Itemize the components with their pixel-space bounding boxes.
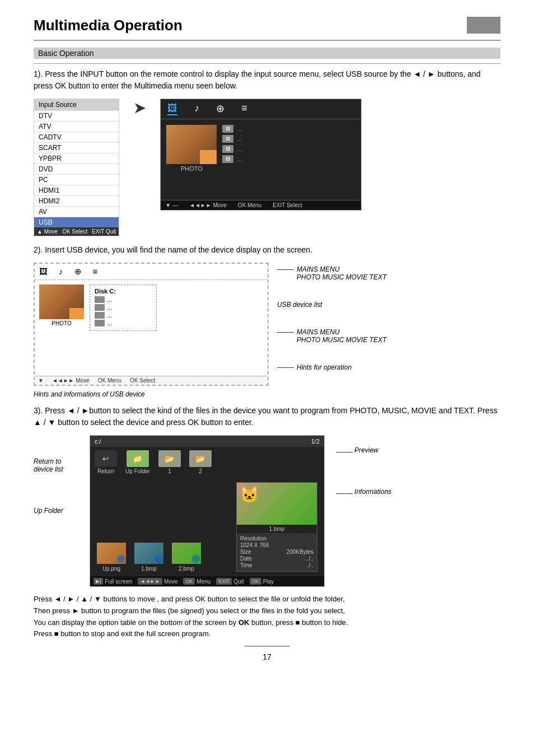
input-source-item-hdmi1[interactable]: HDMI1 [34,185,119,195]
dots4: ... [236,156,243,162]
fb-menu-btn[interactable]: OK Menu [183,578,210,585]
file-icon: 🖼 [222,155,233,163]
fb-files-row: Up.png 1.bmp 2.bmp 1.bmp [90,478,324,576]
mains-menu-label2: MAINS MENU [297,328,340,336]
fb-fullscreen-btn[interactable]: ▶| Full screen [93,578,132,585]
photo-area: PHOTO [166,125,217,172]
input-source-item-usb[interactable]: USB [34,217,119,227]
play-label: Play [263,578,274,585]
fb-file-uppng[interactable]: Up.png [97,543,126,572]
input-source-item-av[interactable]: AV [34,206,119,217]
resolution-value: 1024 X 768 [240,542,269,548]
fb-bottom-bar: ▶| Full screen ◄◄►► Move OK Menu EXIT Qu… [90,576,324,586]
fb-folder2-button[interactable]: 📂 2 [189,450,212,474]
fb-thumb-uppng [97,543,126,564]
fullscreen-key: ▶| [93,578,103,585]
input-source-item-dvd[interactable]: DVD [34,164,119,174]
main-divider [34,40,500,41]
ok-bold: OK [238,618,250,627]
usb-diagram: 🖼 ♪ ⊕ ≡ PHOTO Disk C: ... [34,263,269,386]
fb-move-btn[interactable]: ◄◄►► Move [138,578,177,585]
small-file-icon [95,304,105,311]
music-icon: ♪ [194,102,199,115]
input-source-item-cadtv[interactable]: CADTV [34,132,119,142]
multimedia-content: PHOTO 🖼 ... 🖼 ... 🖼 ... [161,119,361,178]
fb-file-1bmp[interactable]: 1.bmp [134,543,163,572]
para1: 1). Press the INPUT button on the remote… [34,68,500,92]
fb-quit-btn[interactable]: EXIT Quit [216,578,243,585]
fb-page: 1/2 [311,438,320,445]
file-list: 🖼 ... 🖼 ... 🖼 ... 🖼 ... [222,125,243,172]
fb-return-label: Return [97,468,114,474]
return-label-line1: Return to [34,458,78,465]
multimedia-top-bar: 🖼 ♪ ⊕ ≡ [161,99,361,119]
fb-label-1bmp: 1.bmp [141,566,157,572]
usb-list-item: ... [95,312,152,319]
fb-return-button[interactable]: ↩ Return [95,450,117,474]
fb-thumb-2bmp [172,543,201,564]
size-value: 200KBytes [287,549,313,555]
file-icon: 🖼 [222,135,233,143]
usb-file-list-box: Disk C: ... ... ... ... [90,284,157,331]
usb-file-dots3: ... [107,312,112,319]
fb-upfolder-icon: 📁 [127,450,149,467]
mains-menu-annotation: MAINS MENU PHOTO MUSIC MOVIE TEXT [277,265,386,281]
fb-info-panel: 1.bmp Resolution 1024 X 768 Size 200KByt… [236,482,317,572]
input-source-item-scart[interactable]: SCART [34,142,119,153]
input-source-item-atv[interactable]: ATV [34,121,119,132]
mains-menu-annotation2: MAINS MENU PHOTO MUSIC MOVIE TEXT [277,328,386,344]
play-key: OK [250,578,261,585]
resolution-label: Resolution [240,535,266,542]
multimedia-menu-box: 🖼 ♪ ⊕ ≡ PHOTO 🖼 ... 🖼 ... [160,99,362,211]
bottom-line4: Press ■ button to stop and exit the full… [34,628,500,640]
fb-folder2-label: 2 [199,468,202,474]
fb-resolution-value-row: 1024 X 768 [240,542,313,548]
section-title: Basic Operation [38,49,94,58]
fb-folder1-label: 1 [168,468,171,474]
fb-play-btn[interactable]: OK Play [250,578,274,585]
dots2: ... [236,136,243,142]
bottom-select: EXIT Select [273,202,302,208]
usb-bottom-bar: ▼ ◄◄►► Move OK Menu OK Select [35,376,268,385]
preview-label: Preview [354,446,378,454]
file-icon: 🖼 [222,125,233,133]
fullscreen-label: Full screen [105,578,132,585]
usb-bottom-select: OK Select [130,377,155,384]
up-folder-label: Up Folder [34,507,78,515]
up-folder-annotation: Up Folder [34,507,78,515]
menu-key: OK [183,578,195,585]
fb-size-row: Size 200KBytes [240,549,313,555]
input-source-item-dtv[interactable]: DTV [34,110,119,121]
fb-folder1-icon: 📂 [158,450,181,467]
footer-quit: EXIT Quit [92,228,116,235]
page-title: Multimedia Operation [34,17,500,34]
photo-music-label2: PHOTO MUSIC MOVIE TEXT [297,336,386,344]
bottom-move: ◄◄►► Move [189,202,227,208]
text-icon: ≡ [241,102,247,115]
usb-bottom-menu: OK Menu [98,377,121,384]
fb-folder1-button[interactable]: 📂 1 [158,450,181,474]
date-value: ../.. [306,556,313,562]
hints-label: Hints for operation [297,363,352,371]
dash-line3 [277,367,294,368]
input-source-panel: Input Source DTV ATV CADTV SCART YPBPR D… [34,99,119,236]
fb-resolution-row: Resolution [240,535,313,542]
usb-music-icon: ♪ [59,267,63,277]
input-source-item-pc[interactable]: PC [34,174,119,185]
movie-icon: ⊕ [216,102,224,115]
fb-upfolder-button[interactable]: 📁 Up Folder [125,450,150,474]
small-file-icon [95,312,105,319]
fb-return-icon: ↩ [95,450,117,467]
fb-file-2bmp[interactable]: 2.bmp [172,543,201,572]
informations-label: Informations [354,488,391,496]
file-icon: 🖼 [222,145,233,153]
small-file-icon [95,320,105,326]
input-source-item-hdmi2[interactable]: HDMI2 [34,195,119,206]
usb-device-list-annotation: USB device list [277,301,386,309]
bottom-menu: OK Menu [238,202,261,208]
dash-line2 [277,332,294,333]
usb-list-item: ... [95,320,152,326]
corner-decoration [467,17,500,34]
usb-photo-label: PHOTO [39,320,84,326]
input-source-item-ypbpr[interactable]: YPBPR [34,153,119,164]
